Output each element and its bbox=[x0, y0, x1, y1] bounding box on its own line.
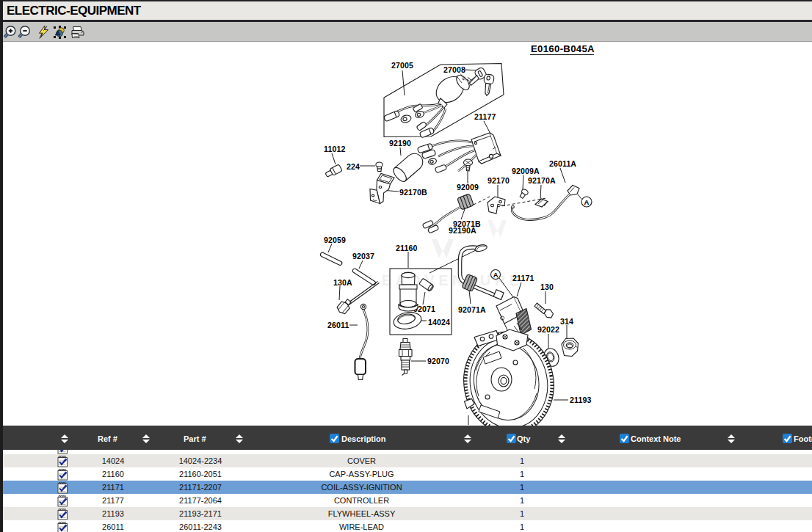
svg-text:92037: 92037 bbox=[352, 252, 374, 260]
svg-text:130A: 130A bbox=[333, 278, 352, 287]
svg-text:314: 314 bbox=[560, 317, 573, 326]
svg-text:92190A: 92190A bbox=[449, 226, 476, 235]
svg-text:92022: 92022 bbox=[537, 325, 559, 334]
svg-text:21160: 21160 bbox=[396, 244, 417, 252]
svg-text:14024: 14024 bbox=[428, 318, 450, 327]
svg-text:21177: 21177 bbox=[474, 112, 496, 121]
svg-text:130: 130 bbox=[540, 283, 554, 291]
svg-text:E0160-B045A: E0160-B045A bbox=[531, 43, 595, 54]
svg-text:92170B: 92170B bbox=[399, 188, 427, 197]
svg-text:92059: 92059 bbox=[324, 236, 346, 244]
svg-text:21171: 21171 bbox=[512, 274, 534, 283]
svg-text:26011: 26011 bbox=[327, 321, 349, 329]
svg-text:224: 224 bbox=[347, 162, 360, 171]
svg-text:92170A: 92170A bbox=[528, 176, 556, 185]
svg-text:27005: 27005 bbox=[391, 61, 413, 70]
svg-text:27008: 27008 bbox=[443, 65, 465, 74]
svg-text:26011A: 26011A bbox=[549, 159, 576, 168]
svg-text:11012: 11012 bbox=[324, 145, 345, 153]
svg-text:92170: 92170 bbox=[487, 176, 510, 185]
svg-text:21193: 21193 bbox=[570, 396, 591, 404]
svg-text:92190: 92190 bbox=[389, 139, 411, 147]
svg-text:92009: 92009 bbox=[457, 183, 479, 192]
svg-text:92009A: 92009A bbox=[512, 167, 540, 175]
svg-text:A: A bbox=[584, 198, 590, 206]
svg-text:92070: 92070 bbox=[427, 357, 449, 365]
svg-text:92071A: 92071A bbox=[458, 305, 486, 314]
svg-text:A: A bbox=[493, 271, 499, 279]
